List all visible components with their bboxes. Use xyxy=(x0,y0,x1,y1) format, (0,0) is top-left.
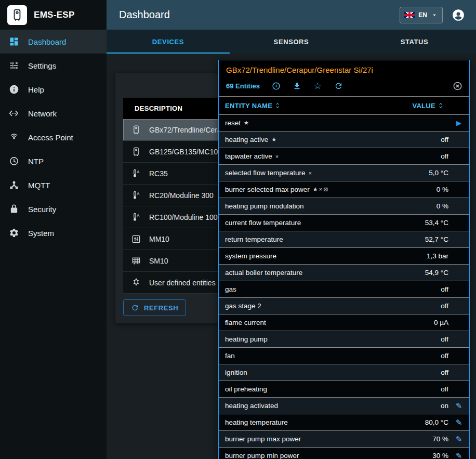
entity-row: reset ★ xyxy=(219,115,469,132)
entity-row: return temperature 52,7 °C xyxy=(219,231,469,248)
entity-name: burner selected max power xyxy=(225,186,310,193)
content-area: DESCRIPTION GBx72/Trendline/Cerapur/Gree… xyxy=(107,54,476,459)
device-label: User defined entities xyxy=(149,279,216,287)
refresh-button[interactable]: REFRESH xyxy=(123,299,186,316)
entity-action-icon[interactable] xyxy=(448,401,469,411)
sidebar-item-system[interactable]: System xyxy=(0,221,107,245)
entity-row: tapwater active × off xyxy=(219,148,469,165)
language-label: EN xyxy=(418,11,427,19)
entity-name: tapwater active xyxy=(225,152,272,160)
entity-count: 69 Entities xyxy=(226,82,260,90)
sidebar: EMS-ESP Dashboard Settings Help xyxy=(0,0,107,459)
solar-module-icon xyxy=(130,256,142,266)
hub-icon xyxy=(8,179,20,191)
download-icon[interactable] xyxy=(291,80,302,91)
tab-status[interactable]: STATUS xyxy=(353,30,476,54)
device-label: GB125/GB135/MC10 xyxy=(149,148,218,156)
star-icon[interactable]: ☆ xyxy=(312,80,323,91)
entity-row: heating pump off xyxy=(219,331,469,348)
entity-row: heating temperature 80,0 °C xyxy=(219,414,469,431)
device-label: MM10 xyxy=(149,235,169,243)
entity-row: heating activated on xyxy=(219,398,469,414)
sidebar-nav: Dashboard Settings Help Network xyxy=(0,30,107,245)
entity-value: 0 % xyxy=(437,202,448,210)
entity-row: burner selected max power ★×⊠ 0 % xyxy=(219,181,469,198)
entity-value: 0 µA xyxy=(434,319,448,326)
entity-flag-icons: × xyxy=(275,153,280,160)
entity-value: 1,3 bar xyxy=(427,252,448,260)
entity-name: system pressure xyxy=(225,252,276,260)
mixer-module-icon xyxy=(130,234,142,244)
entity-value: off xyxy=(441,152,448,160)
entity-name: heating pump modulation xyxy=(225,202,304,210)
entity-row: ignition off xyxy=(219,364,469,381)
gear-icon xyxy=(8,227,20,239)
entity-name: actual boiler temperature xyxy=(225,269,302,277)
sidebar-item-label: Security xyxy=(28,205,56,214)
close-icon[interactable] xyxy=(452,80,463,91)
refresh-icon[interactable] xyxy=(333,80,344,91)
language-selector[interactable]: EN xyxy=(400,7,443,23)
sidebar-item-help[interactable]: Help xyxy=(0,77,107,101)
chevron-down-icon xyxy=(431,11,438,19)
device-detail-panel: GBx72/Trendline/Cerapur/Greenstar Si/27i… xyxy=(218,60,470,459)
entity-name: heating active xyxy=(225,136,268,143)
entity-name: current flow temperature xyxy=(225,219,301,227)
sidebar-item-label: MQTT xyxy=(28,181,50,190)
sidebar-item-network[interactable]: Network xyxy=(0,101,107,125)
entity-value: off xyxy=(441,285,448,293)
tab-bar: DEVICES SENSORS STATUS xyxy=(107,30,476,54)
sidebar-item-label: NTP xyxy=(28,157,44,166)
entity-row: oil preheating off xyxy=(219,381,469,398)
entity-value: 80,0 °C xyxy=(425,418,448,426)
sort-icon[interactable] xyxy=(274,102,281,109)
entity-value: on xyxy=(441,402,448,410)
uk-flag-icon xyxy=(404,12,415,18)
sidebar-item-settings[interactable]: Settings xyxy=(0,54,107,77)
entity-value: off xyxy=(441,136,448,143)
svg-text:A: A xyxy=(137,213,139,217)
entity-action-icon[interactable] xyxy=(448,119,469,127)
entity-row: burner pump max power 70 % xyxy=(219,431,469,448)
entity-name: fan xyxy=(225,352,235,360)
entity-table-body: reset ★ heating active ★ off xyxy=(219,115,469,459)
info-icon xyxy=(8,84,20,95)
entity-name: oil preheating xyxy=(225,385,267,393)
entity-name-column-header: ENTITY NAME xyxy=(225,102,272,110)
info-icon[interactable] xyxy=(270,80,282,91)
dashboard-icon xyxy=(8,36,20,47)
sidebar-item-ntp[interactable]: NTP xyxy=(0,149,107,173)
sidebar-item-security[interactable]: Security xyxy=(0,197,107,221)
boiler-icon xyxy=(130,125,142,135)
sidebar-item-label: System xyxy=(28,229,54,238)
entity-row: selected flow temperature × 5,0 °C xyxy=(219,165,469,181)
tab-devices[interactable]: DEVICES xyxy=(107,30,230,54)
app-title: EMS-ESP xyxy=(34,10,75,20)
entity-row: heating active ★ off xyxy=(219,132,469,148)
tab-sensors[interactable]: SENSORS xyxy=(230,30,353,54)
device-detail-toolbar: 69 Entities ☆ xyxy=(219,75,469,96)
sidebar-item-mqtt[interactable]: MQTT xyxy=(0,173,107,197)
entity-action-icon[interactable] xyxy=(448,418,469,427)
account-button[interactable] xyxy=(447,4,470,27)
device-label: RC20/Moduline 300 xyxy=(149,191,214,200)
wifi-tethering-icon xyxy=(8,132,20,143)
entity-value: 5,0 °C xyxy=(429,169,448,177)
entity-name: heating activated xyxy=(225,402,278,410)
svg-text:A: A xyxy=(137,191,139,195)
app-bar: Dashboard EN xyxy=(107,0,476,30)
sidebar-item-access-point[interactable]: Access Point xyxy=(0,125,107,149)
entity-row: current flow temperature 53,4 °C xyxy=(219,215,469,231)
custom-entities-icon xyxy=(130,278,142,288)
sidebar-item-label: Network xyxy=(28,109,57,118)
entity-value: 0 % xyxy=(437,186,448,193)
entity-value: off xyxy=(441,385,448,393)
sidebar-item-label: Dashboard xyxy=(28,37,66,46)
entity-value: 52,7 °C xyxy=(425,235,448,243)
entity-value: off xyxy=(441,369,448,376)
sidebar-item-dashboard[interactable]: Dashboard xyxy=(0,30,107,54)
entity-action-icon[interactable] xyxy=(448,435,469,444)
sort-icon[interactable] xyxy=(437,102,444,109)
entity-action-icon[interactable] xyxy=(448,451,469,459)
thermostat-icon: A xyxy=(130,212,142,222)
